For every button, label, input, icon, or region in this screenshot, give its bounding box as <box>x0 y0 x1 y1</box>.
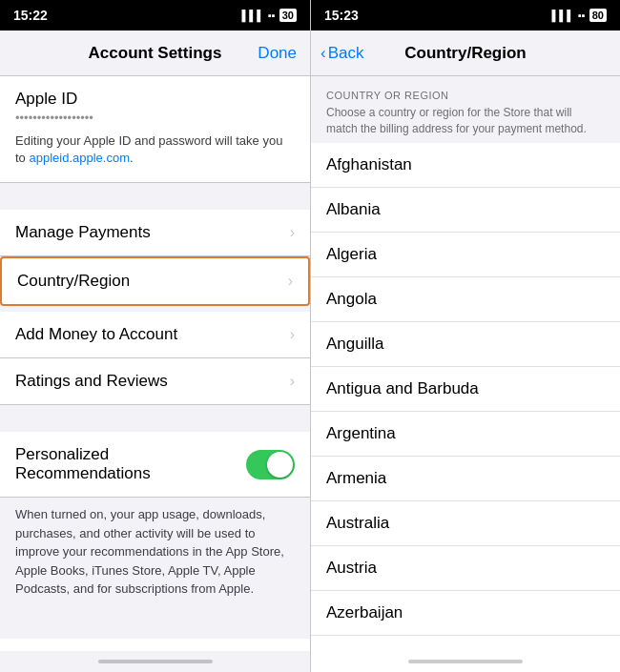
time-right: 15:23 <box>324 8 359 23</box>
back-label: Back <box>328 44 364 63</box>
manage-payments-item[interactable]: Manage Payments › <box>0 210 310 256</box>
country-item[interactable]: Antigua and Barbuda <box>311 367 620 412</box>
apple-id-hint: Editing your Apple ID and password will … <box>15 132 295 176</box>
ratings-reviews-item[interactable]: Ratings and Reviews › <box>0 358 310 405</box>
manage-payments-label: Manage Payments <box>15 223 151 242</box>
country-item[interactable]: Afghanistan <box>311 143 620 188</box>
apple-id-label: Apple ID <box>15 90 295 109</box>
left-panel: 15:22 ▌▌▌ ▪▪ 30 Account Settings Done Ap… <box>0 0 310 672</box>
apple-id-section: Apple ID •••••••••••••••••• Editing your… <box>0 76 310 183</box>
wifi-icon-right: ▪▪ <box>578 10 586 21</box>
spacer-3 <box>0 405 310 432</box>
back-button[interactable]: ‹ Back <box>320 44 363 63</box>
country-list: AfghanistanAlbaniaAlgeriaAngolaAnguillaA… <box>311 143 620 651</box>
battery-icon-left: 30 <box>279 9 297 22</box>
apple-id-hint-end: . <box>130 151 134 165</box>
back-chevron-icon: ‹ <box>320 44 326 63</box>
ratings-reviews-label: Ratings and Reviews <box>15 372 168 391</box>
battery-icon-right: 80 <box>589 9 607 22</box>
wifi-icon-left: ▪▪ <box>268 10 276 21</box>
personalized-recs-toggle[interactable] <box>246 450 295 479</box>
country-item[interactable]: Anguilla <box>311 322 620 367</box>
time-left: 15:22 <box>13 8 48 23</box>
signal-icon-left: ▌▌▌ <box>242 10 264 21</box>
home-indicator-right <box>311 651 620 672</box>
done-button[interactable]: Done <box>258 44 297 63</box>
country-item[interactable]: Armenia <box>311 457 620 501</box>
country-region-chevron: › <box>288 273 293 290</box>
country-item[interactable]: Algeria <box>311 233 620 277</box>
country-item[interactable]: Albania <box>311 188 620 233</box>
status-icons-right: ▌▌▌ ▪▪ 80 <box>552 9 607 22</box>
section-header: COUNTRY OR REGION Choose a country or re… <box>311 76 620 143</box>
country-region-label: Country/Region <box>17 272 130 291</box>
country-item[interactable]: Austria <box>311 546 620 591</box>
nav-bar-left: Account Settings Done <box>0 31 310 76</box>
personalized-recs-hint: When turned on, your app usage, download… <box>0 498 310 612</box>
section-header-subtitle: Choose a country or region for the Store… <box>326 105 605 137</box>
country-region-item[interactable]: Country/Region › <box>0 256 310 306</box>
personalized-recs-item: Personalized Recommendations <box>0 432 310 498</box>
country-region-title: Country/Region <box>404 44 527 63</box>
country-item[interactable]: Azerbaijan <box>311 591 620 636</box>
country-item[interactable]: Argentina <box>311 412 620 457</box>
home-bar-right <box>408 660 523 663</box>
apple-id-value: •••••••••••••••••• <box>15 111 295 125</box>
status-bar-left: 15:22 ▌▌▌ ▪▪ 30 <box>0 0 310 31</box>
home-bar-left <box>98 660 213 663</box>
apple-id-link[interactable]: appleid.apple.com <box>29 151 130 165</box>
manage-payments-chevron: › <box>290 224 295 241</box>
nav-bar-right: ‹ Back Country/Region <box>311 31 620 76</box>
account-settings-title: Account Settings <box>89 44 222 63</box>
spacer-4 <box>0 612 310 639</box>
spacer-1 <box>0 183 310 210</box>
signal-icon-right: ▌▌▌ <box>552 10 574 21</box>
add-money-label: Add Money to Account <box>15 325 177 344</box>
settings-list: Apple ID •••••••••••••••••• Editing your… <box>0 76 310 651</box>
country-item[interactable]: Angola <box>311 277 620 322</box>
subscriptions-item[interactable]: Subscriptions › <box>0 639 310 651</box>
add-money-chevron: › <box>290 326 295 343</box>
add-money-item[interactable]: Add Money to Account › <box>0 312 310 358</box>
status-icons-left: ▌▌▌ ▪▪ 30 <box>242 9 297 22</box>
status-bar-right: 15:23 ▌▌▌ ▪▪ 80 <box>311 0 620 31</box>
country-item[interactable]: Bahamas <box>311 636 620 651</box>
country-item[interactable]: Australia <box>311 501 620 546</box>
section-header-title: COUNTRY OR REGION <box>326 90 605 101</box>
home-indicator-left <box>0 651 310 672</box>
right-panel: 15:23 ▌▌▌ ▪▪ 80 ‹ Back Country/Region CO… <box>310 0 620 672</box>
personalized-recs-label: Personalized Recommendations <box>15 445 246 483</box>
ratings-reviews-chevron: › <box>290 373 295 390</box>
